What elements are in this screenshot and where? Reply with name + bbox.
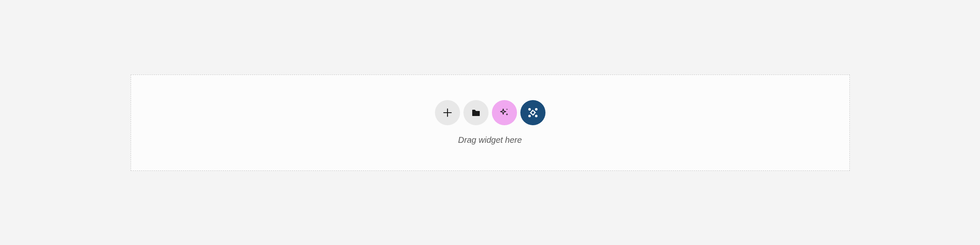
svg-point-5 (535, 115, 538, 117)
joomla-button[interactable] (520, 100, 545, 125)
dropzone-hint: Drag widget here (458, 135, 522, 145)
widget-dropzone[interactable]: Drag widget here (131, 75, 850, 171)
plus-icon (443, 108, 452, 117)
svg-point-3 (535, 108, 538, 111)
add-button[interactable] (435, 100, 460, 125)
action-button-row (435, 100, 545, 125)
sparkle-icon (499, 107, 510, 118)
sparkle-button[interactable] (492, 100, 517, 125)
svg-point-4 (528, 115, 531, 117)
svg-point-2 (528, 108, 531, 111)
folder-icon (471, 108, 481, 118)
folder-button[interactable] (463, 100, 489, 125)
joomla-icon (527, 107, 539, 119)
